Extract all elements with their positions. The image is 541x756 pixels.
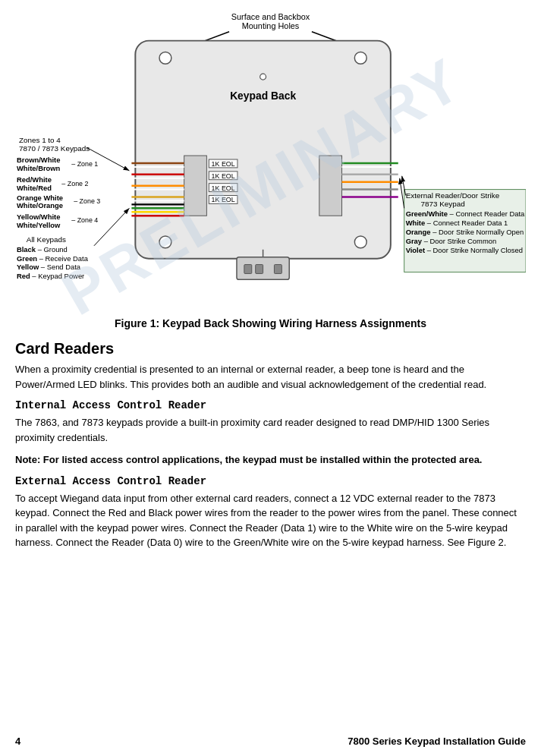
svg-text:– Zone 1: – Zone 1 xyxy=(71,160,98,168)
svg-text:Yellow – Send Data: Yellow – Send Data xyxy=(17,263,81,271)
svg-text:– Zone 2: – Zone 2 xyxy=(61,180,88,187)
svg-point-10 xyxy=(354,236,366,248)
svg-text:Violet – Door Strike Normally : Violet – Door Strike Normally Closed xyxy=(406,246,523,254)
card-readers-section: Card Readers When a proximity credential… xyxy=(15,340,526,392)
page-footer: 4 7800 Series Keypad Installation Guide xyxy=(15,736,526,747)
footer-page-number: 4 xyxy=(15,736,20,747)
svg-text:Green – Receive Data: Green – Receive Data xyxy=(17,254,89,263)
svg-rect-42 xyxy=(244,265,252,274)
svg-line-66 xyxy=(94,208,130,245)
footer-guide-title: 7800 Series Keypad Installation Guide xyxy=(348,736,526,747)
svg-rect-26 xyxy=(319,156,342,216)
svg-text:Gray – Door Strike Common: Gray – Door Strike Common xyxy=(406,237,497,245)
figure-caption: Figure 1: Keypad Back Showing Wiring Har… xyxy=(15,317,526,329)
svg-text:Red/White: Red/White xyxy=(17,175,52,184)
internal-heading: Internal Access Control Reader xyxy=(15,399,526,411)
svg-text:White/Brown: White/Brown xyxy=(17,164,61,172)
svg-line-70 xyxy=(402,176,406,196)
svg-text:Yellow/White: Yellow/White xyxy=(17,213,60,221)
external-heading: External Access Control Reader xyxy=(15,475,526,487)
svg-text:Keypad Back: Keypad Back xyxy=(230,90,296,102)
svg-text:Red – Keypad Power: Red – Keypad Power xyxy=(17,272,84,280)
svg-point-9 xyxy=(159,236,171,248)
svg-text:White/Red: White/Red xyxy=(17,184,52,192)
diagram-wrapper: Surface and Backbox Mounting Holes xyxy=(15,8,526,311)
external-reader-section: External Access Control Reader To accept… xyxy=(15,475,526,550)
svg-rect-44 xyxy=(274,265,282,274)
page-container: PRELIMINARY Surface and Backbox Mounting… xyxy=(0,0,541,756)
svg-point-7 xyxy=(159,52,171,64)
svg-text:External Reader/Door Strike: External Reader/Door Strike xyxy=(406,191,500,200)
svg-text:Surface and Backbox: Surface and Backbox xyxy=(231,12,310,21)
svg-text:Black –  Ground: Black – Ground xyxy=(17,245,68,254)
svg-text:1K EOL: 1K EOL xyxy=(212,172,235,180)
internal-paragraph: The 7863, and 7873 keypads provide a bui… xyxy=(15,415,526,445)
svg-point-8 xyxy=(354,52,366,64)
svg-point-12 xyxy=(260,74,266,80)
internal-reader-section: Internal Access Control Reader The 7863,… xyxy=(15,399,526,468)
external-paragraph: To accept Wiegand data input from other … xyxy=(15,491,526,550)
figure-container: Surface and Backbox Mounting Holes xyxy=(15,8,526,329)
svg-text:Brown/White: Brown/White xyxy=(17,156,60,164)
svg-text:White/Yellow: White/Yellow xyxy=(17,221,61,229)
svg-text:1K EOL: 1K EOL xyxy=(212,196,235,203)
card-readers-paragraph: When a proximity credential is presented… xyxy=(15,362,526,392)
svg-text:All Keypads: All Keypads xyxy=(27,235,66,244)
note-text: Note: For listed access control applicat… xyxy=(15,452,526,468)
svg-text:White/Orange: White/Orange xyxy=(17,201,63,209)
svg-text:White – Connect Reader Data 1: White – Connect Reader Data 1 xyxy=(406,219,508,227)
svg-text:– Zone 4: – Zone 4 xyxy=(71,216,98,224)
svg-text:Zones 1 to 4: Zones 1 to 4 xyxy=(19,136,61,144)
svg-rect-13 xyxy=(184,156,207,216)
svg-text:7873 Keypad: 7873 Keypad xyxy=(420,200,464,208)
svg-text:Green/White – Connect Reader D: Green/White – Connect Reader Data 0 xyxy=(406,209,526,218)
svg-text:– Zone 3: – Zone 3 xyxy=(74,197,100,205)
svg-text:1K EOL: 1K EOL xyxy=(212,184,235,192)
svg-text:Mounting Holes: Mounting Holes xyxy=(242,21,300,30)
svg-text:1K EOL: 1K EOL xyxy=(212,160,235,168)
wiring-diagram: Surface and Backbox Mounting Holes xyxy=(15,8,526,311)
card-readers-heading: Card Readers xyxy=(15,340,526,358)
svg-rect-43 xyxy=(256,265,263,274)
svg-text:Orange – Door Strike Normally : Orange – Door Strike Normally Open xyxy=(406,228,524,236)
svg-text:7870 / 7873 Keypads: 7870 / 7873 Keypads xyxy=(19,144,90,153)
